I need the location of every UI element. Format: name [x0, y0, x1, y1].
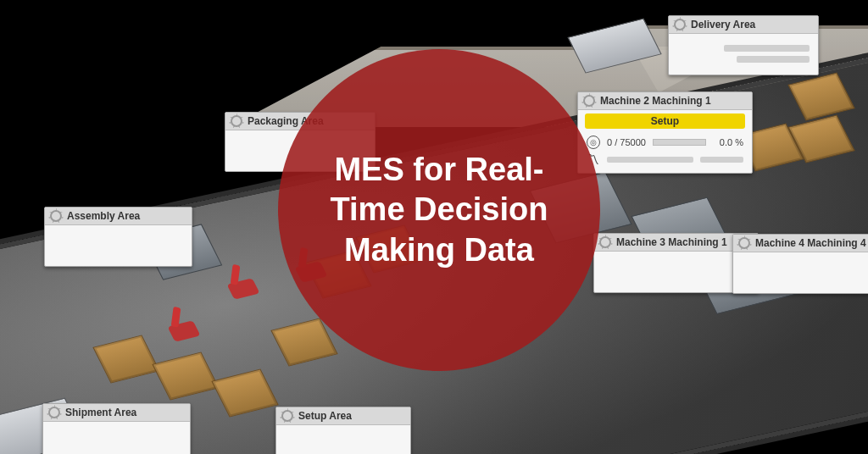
panel-title: Machine 2 Machining 1	[600, 95, 711, 107]
machine-progress-bar	[653, 139, 706, 146]
panel-setup[interactable]: Setup Area	[275, 407, 411, 454]
headline-text: MES for Real-Time Decision Making Data	[312, 150, 566, 271]
panel-title: Shipment Area	[65, 407, 136, 418]
gear-icon	[599, 236, 611, 248]
gear-icon	[674, 19, 686, 30]
gear-icon	[231, 115, 242, 127]
panel-title: Setup Area	[298, 410, 352, 422]
headline-overlay: MES for Real-Time Decision Making Data	[278, 49, 600, 371]
panel-shipment[interactable]: Shipment Area	[42, 403, 191, 454]
panel-machine4[interactable]: Machine 4 Machining 4	[732, 234, 868, 294]
machine-progress-count: 0 / 75000	[607, 137, 646, 147]
panel-delivery[interactable]: Delivery Area	[668, 15, 819, 75]
gear-icon	[583, 95, 595, 107]
target-icon: ◎	[587, 136, 600, 149]
panel-title: Machine 4 Machining 4	[755, 237, 866, 249]
mes-dashboard-stage: Delivery Area Packaging Area Assembly Ar…	[0, 0, 868, 454]
gear-icon	[50, 210, 62, 222]
machine-status-badge: Setup	[585, 114, 745, 129]
panel-title: Assembly Area	[67, 210, 140, 222]
gear-icon	[281, 410, 293, 422]
panel-machine2[interactable]: Machine 2 Machining 1 Setup ◎ 0 / 75000 …	[577, 91, 753, 174]
gear-icon	[738, 237, 750, 249]
gear-icon	[48, 407, 60, 418]
panel-title: Delivery Area	[691, 19, 755, 30]
machine-progress-percent: 0.0 %	[713, 137, 743, 147]
panel-title: Machine 3 Machining 1	[616, 236, 727, 248]
panel-assembly[interactable]: Assembly Area	[44, 207, 192, 267]
